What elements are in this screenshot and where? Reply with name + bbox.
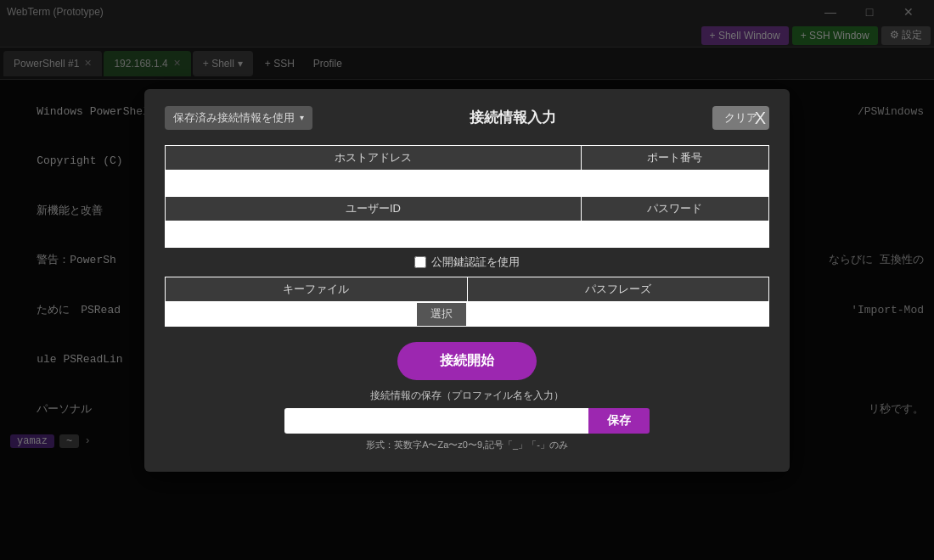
modal-title: 接続情報入力 — [312, 108, 712, 127]
keyfile-label-cell: キーファイル — [166, 277, 468, 302]
modal-overlay: 保存済み接続情報を使用 ▾ 接続情報入力 クリア X ホストアドレス ポート番号 — [0, 0, 934, 560]
user-cell: ユーザーID — [166, 197, 582, 247]
host-cell: ホストアドレス — [166, 146, 582, 196]
keyfile-label: キーファイル — [166, 277, 467, 302]
keyfile-input[interactable] — [166, 303, 416, 326]
pass-input[interactable] — [582, 221, 768, 247]
host-input[interactable] — [166, 171, 581, 196]
connection-form: ホストアドレス ポート番号 ユーザーID パスワード — [165, 145, 769, 248]
select-keyfile-button[interactable]: 選択 — [416, 303, 467, 326]
passphrase-input[interactable] — [468, 303, 769, 326]
save-row: 保存 — [284, 408, 650, 434]
keyfile-header-row: キーファイル パスフレーズ — [166, 277, 768, 303]
keyfile-form: キーファイル パスフレーズ 選択 — [165, 277, 769, 327]
passphrase-label: パスフレーズ — [468, 277, 769, 302]
pass-label: パスワード — [582, 197, 768, 221]
profile-dropdown-label: 保存済み接続情報を使用 — [173, 110, 295, 126]
save-section-label: 接続情報の保存（プロファイル名を入力） — [370, 389, 564, 403]
pass-cell: パスワード — [582, 197, 768, 247]
connect-button[interactable]: 接続開始 — [397, 342, 537, 380]
save-section: 接続情報の保存（プロファイル名を入力） 保存 形式：英数字A〜Za〜z0〜9,記… — [165, 389, 769, 451]
save-button[interactable]: 保存 — [588, 408, 650, 434]
profile-dropdown[interactable]: 保存済み接続情報を使用 ▾ — [165, 106, 312, 130]
save-input[interactable] — [284, 408, 588, 434]
modal-header: 保存済み接続情報を使用 ▾ 接続情報入力 クリア X — [165, 106, 769, 130]
host-label: ホストアドレス — [166, 146, 581, 171]
save-hint: 形式：英数字A〜Za〜z0〜9,記号「_」「-」のみ — [366, 439, 568, 451]
passphrase-input-cell — [468, 303, 769, 326]
modal-close-button[interactable]: X — [751, 109, 769, 126]
pubkey-checkbox-label[interactable]: 公開鍵認証を使用 — [431, 255, 520, 270]
user-pass-row: ユーザーID パスワード — [166, 197, 768, 247]
port-input[interactable] — [582, 171, 768, 196]
chevron-down-icon: ▾ — [300, 113, 304, 122]
connection-modal: 保存済み接続情報を使用 ▾ 接続情報入力 クリア X ホストアドレス ポート番号 — [144, 89, 790, 472]
pubkey-row: 公開鍵認証を使用 — [165, 248, 769, 277]
user-input[interactable] — [166, 221, 581, 247]
user-label: ユーザーID — [166, 197, 581, 221]
port-label: ポート番号 — [582, 146, 768, 171]
pubkey-checkbox[interactable] — [414, 256, 426, 268]
keyfile-input-cell: 選択 — [166, 303, 468, 326]
passphrase-label-cell: パスフレーズ — [468, 277, 769, 302]
keyfile-input-row: 選択 — [166, 303, 768, 326]
port-cell: ポート番号 — [582, 146, 768, 196]
host-port-row: ホストアドレス ポート番号 — [166, 146, 768, 197]
